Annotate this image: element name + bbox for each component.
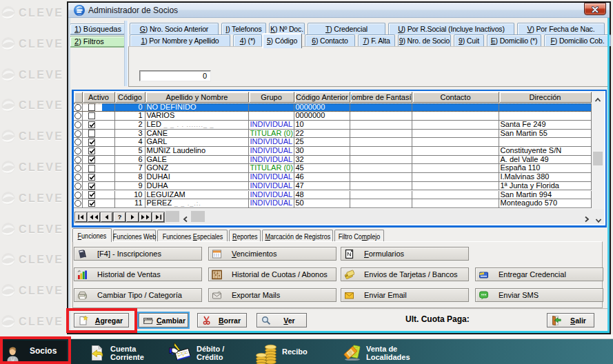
button-salir[interactable]: Salir [547, 313, 594, 327]
tab-filtros[interactable]: 2) Filtros [70, 36, 125, 48]
col-header-contacto[interactable]: Contacto [412, 92, 499, 103]
grid-vertical-scrollbar[interactable] [592, 91, 604, 209]
search-tab-t-credencial[interactable]: T) Credencial [308, 23, 385, 34]
scroll-right-icon[interactable] [584, 213, 590, 225]
func-tab-marcaci-n-de-registros[interactable]: Marcación de Registros [262, 230, 333, 242]
col-header-codigo[interactable]: Código [115, 92, 145, 103]
search-tab-1-por-nombre-y-apellido[interactable]: 1) Por Nombre y Apellido [130, 34, 230, 46]
row-activo-checkbox[interactable] [83, 199, 115, 208]
row-radio[interactable] [74, 156, 83, 165]
col-header-grupo[interactable]: Grupo [249, 92, 294, 103]
search-tab-v-por-fecha-de-nac-[interactable]: V) Por Fecha de Nac. [517, 23, 605, 34]
row-radio[interactable] [74, 182, 83, 191]
func-button-vencimientos[interactable]: Vencimientos [208, 247, 336, 261]
func-button--f4-inscripciones[interactable]: [F4] - Inscripciones [74, 247, 202, 261]
grid-row-1[interactable]: 1VARIOS0000000 [74, 112, 592, 121]
func-tab-reportes[interactable]: Reportes [229, 230, 261, 242]
grid-row-9[interactable]: 9DUHAINDIVIDUAL471ª Junta y Florida [74, 182, 592, 191]
search-tab-g-nro-socio-anterior[interactable]: G) Nro. Socio Anterior [130, 23, 219, 34]
row-radio[interactable] [74, 112, 83, 121]
button-ver[interactable]: Ver [257, 313, 307, 327]
search-tab-4-[interactable]: 4) (*) [233, 34, 262, 46]
nav-fast-next-icon[interactable] [139, 212, 152, 222]
row-radio[interactable] [74, 164, 83, 173]
search-tab-e-domicilio-[interactable]: E) Domicilio (*) [487, 34, 541, 46]
grid-row-11[interactable]: 11PEREZ _ _ ._.:.INDIVIDUAL50Monteagudo … [74, 199, 592, 208]
nav-first-icon[interactable] [75, 212, 88, 222]
func-tab-funciones[interactable]: Funciones [72, 228, 112, 242]
hscroll-thumb[interactable] [191, 211, 205, 222]
titlebar[interactable]: Administrador de Socios [68, 3, 610, 18]
row-activo-checkbox[interactable] [83, 103, 115, 112]
grid-row-8[interactable]: 8DUHAIINDIVIDUAL46I.Malvinas 380 [74, 173, 592, 182]
search-tab-9-nro-de-socio[interactable]: 9) Nro. de Socio [398, 34, 451, 46]
search-tab-6-contacto[interactable]: 6) Contacto [305, 34, 355, 46]
grid-row-2[interactable]: 2LED _ _ . . ......._ _INDIVIDUAL10Santa… [74, 121, 592, 130]
row-activo-checkbox[interactable] [83, 156, 115, 165]
scroll-left-icon[interactable] [183, 213, 188, 225]
row-radio[interactable] [74, 121, 83, 130]
row-radio[interactable] [74, 103, 83, 112]
row-activo-checkbox[interactable] [83, 147, 115, 156]
search-tab-9-cuit[interactable]: 9) Cuit [454, 34, 484, 46]
row-activo-checkbox[interactable] [83, 173, 115, 182]
func-tab-funciones-especiales[interactable]: Funciones Especiales [157, 230, 228, 242]
grid-row-0[interactable]: 0NO DEFINIDO0000000 [74, 103, 592, 112]
row-radio[interactable] [74, 147, 83, 156]
close-button[interactable] [584, 3, 606, 15]
func-tab-funciones-web[interactable]: Funciones Web [113, 230, 156, 242]
scroll-down-icon[interactable] [595, 214, 602, 226]
func-button-historial-de-cuotas-abonos[interactable]: Historial de Cuotas / Abonos [208, 267, 336, 281]
search-tab-i-telefonos[interactable]: I) Telefonos [221, 23, 266, 34]
grid-row-3[interactable]: 3CANETITULAR (0)22San Martin 55 [74, 130, 592, 139]
col-header-direccion[interactable]: Dirección [499, 92, 592, 103]
grid-vscroll-thumb[interactable] [593, 152, 603, 165]
col-header-activo[interactable]: Activo [83, 92, 115, 103]
func-button-exportar-mails[interactable]: Exportar Mails [208, 288, 336, 302]
func-button-envios-de-tarjetas-bancos[interactable]: Envios de Tarjetas / Bancos [341, 267, 469, 281]
row-radio[interactable] [74, 191, 83, 200]
grid-row-7[interactable]: 7GONZTITULAR (0)45España 110 [74, 164, 592, 173]
search-tab-u-por-r-social-incluye-inactivos-[interactable]: U) Por R.Social (Incluye Inactivos) [388, 23, 514, 34]
nav-fast-prior-icon[interactable] [88, 212, 100, 222]
row-activo-checkbox[interactable] [83, 191, 115, 200]
grid-row-10[interactable]: 10LEGUIZAMINDIVIDUAL48San Martin 994 [74, 191, 592, 200]
col-header-fantasia[interactable]: Nombre de Fantasía [350, 92, 412, 103]
col-header-radio[interactable] [74, 92, 83, 103]
row-radio[interactable] [74, 173, 83, 182]
col-header-cod_ant[interactable]: Código Anterior [294, 92, 350, 103]
row-activo-checkbox[interactable] [83, 138, 115, 147]
func-button-entregar-credencial[interactable]: Entregar Credencial [475, 267, 603, 281]
func-tab-filtro-complejo[interactable]: Filtro Complejo [334, 230, 384, 242]
func-button-historial-de-ventas[interactable]: Historial de Ventas [74, 267, 202, 281]
search-tab-7-f-alta[interactable]: 7) F. Alta [358, 34, 395, 46]
hscroll-block-left[interactable] [165, 211, 179, 222]
func-button-enviar-email[interactable]: Enviar Email [341, 288, 469, 302]
row-radio[interactable] [74, 130, 83, 139]
grid-row-6[interactable]: 6GALEINDIVIDUAL32A. del Valle 49 [74, 156, 592, 165]
row-radio[interactable] [74, 199, 83, 208]
row-activo-checkbox[interactable] [83, 112, 115, 121]
func-button-cambiar-tipo-categor-a[interactable]: Cambiar Tipo / Categoría [74, 288, 202, 302]
func-button-enviar-sms[interactable]: Enviar SMS [475, 288, 603, 302]
nav-prior-icon[interactable] [101, 212, 113, 222]
row-radio[interactable] [74, 138, 83, 147]
grid-row-4[interactable]: 4GARLINDIVIDUAL25 [74, 138, 592, 147]
search-tab-f-domicilio-cob-[interactable]: F) Domicilio Cob. [544, 34, 611, 46]
codigo-search-input[interactable]: 0 [139, 70, 211, 81]
tab-busquedas[interactable]: 1) Búsquedas [70, 23, 125, 35]
row-activo-checkbox[interactable] [83, 121, 115, 130]
row-activo-checkbox[interactable] [83, 182, 115, 191]
button-cambiar[interactable]: Cambiar [139, 313, 188, 327]
grid-row-5[interactable]: 5MUÑIZ LaudelinoINDIVIDUAL30Constituyent… [74, 147, 592, 156]
search-tab-5-c-digo[interactable]: 5) Código [262, 33, 302, 48]
col-header-apellido[interactable]: Apellido y Nombre [145, 92, 249, 103]
nav-search-icon[interactable]: ? [114, 212, 126, 222]
nav-next-icon[interactable] [126, 212, 139, 222]
button-borrar[interactable]: Borrar [197, 313, 247, 327]
func-button-formularios[interactable]: Formularios [341, 247, 469, 261]
nav-last-icon[interactable] [152, 212, 165, 222]
row-activo-checkbox[interactable] [83, 130, 115, 139]
row-activo-checkbox[interactable] [83, 164, 115, 173]
scroll-up-icon[interactable] [594, 93, 601, 105]
